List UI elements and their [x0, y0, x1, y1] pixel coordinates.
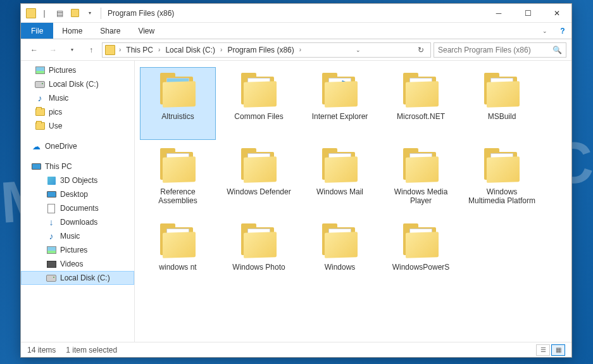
folder-label: windows nt [159, 263, 196, 272]
chevron-right-icon[interactable]: › [298, 46, 303, 53]
folder-tile[interactable]: Reference Assemblies [140, 142, 216, 215]
crumb-local-disk[interactable]: Local Disk (C:) [163, 46, 218, 54]
objects-3d-icon [47, 177, 56, 185]
nav-3d-objects[interactable]: 3D Objects [21, 173, 134, 187]
chevron-right-icon[interactable]: › [219, 46, 223, 53]
folder-tile[interactable]: Common Files [221, 67, 297, 140]
folder-label: Altruistics [161, 112, 194, 121]
folder-label: MSBuild [488, 112, 516, 121]
pc-icon [32, 163, 41, 170]
folder-label: Windows [325, 263, 356, 272]
maximize-button[interactable]: ☐ [513, 4, 542, 23]
folder-label: WindowsPowerS [392, 263, 450, 272]
nav-use[interactable]: Use [21, 119, 134, 133]
folder-icon [401, 73, 441, 108]
nav-label: Pictures [60, 246, 87, 254]
nav-recent-dropdown[interactable]: ▾ [64, 42, 80, 58]
nav-forward-button[interactable]: → [45, 42, 61, 58]
nav-up-button[interactable]: ↑ [83, 42, 99, 58]
folder-label: Windows Mail [316, 187, 363, 196]
nav-back-button[interactable]: ← [26, 42, 42, 58]
qat-dropdown-icon[interactable]: ▾ [83, 6, 97, 20]
tab-view[interactable]: View [129, 23, 163, 39]
folder-tile[interactable]: ⚙Windows [302, 218, 378, 291]
status-bar: 14 items 1 item selected ☰ ▦ [21, 342, 571, 357]
nav-label: Videos [60, 260, 83, 268]
folder-tile[interactable]: ⚙Windows Photo [221, 218, 297, 291]
tab-file[interactable]: File [21, 23, 53, 39]
qat-newfolder-icon[interactable] [68, 6, 82, 20]
ribbon-expand-icon[interactable]: ⌄ [536, 23, 554, 39]
folder-tile[interactable]: Microsoft.NET [383, 67, 459, 140]
folder-tile[interactable]: ⚙Windows Multimedia Platform [464, 142, 540, 215]
crumb-this-pc[interactable]: This PC [123, 46, 156, 54]
folder-label: Microsoft.NET [397, 112, 445, 121]
nav-this-pc[interactable]: This PC [21, 160, 134, 173]
folder-label: Windows Photo [232, 263, 285, 272]
folder-icon [158, 223, 198, 259]
videos-icon [47, 261, 56, 268]
view-details-button[interactable]: ☰ [536, 344, 550, 356]
cloud-icon: ☁ [31, 141, 41, 151]
music-icon: ♪ [35, 93, 45, 103]
crumb-program-files[interactable]: Program Files (x86) [225, 46, 296, 54]
nav-videos[interactable]: Videos [21, 257, 134, 271]
nav-pictures[interactable]: Pictures [21, 63, 134, 77]
folder-icon: ⚙ [320, 223, 360, 259]
chevron-right-icon[interactable]: › [157, 46, 161, 53]
explorer-window: | ▤ ▾ Program Files (x86) ─ ☐ ✕ File Hom… [20, 3, 572, 358]
folder-tile[interactable]: windows nt [140, 218, 216, 291]
address-dropdown-icon[interactable]: ⌄ [351, 43, 365, 57]
folder-icon: ⚙ [401, 148, 441, 184]
help-icon[interactable]: ? [554, 23, 571, 39]
nav-documents[interactable]: Documents [21, 201, 134, 215]
tab-home[interactable]: Home [53, 23, 91, 39]
nav-pictures-2[interactable]: Pictures [21, 243, 134, 257]
nav-label: Use [49, 122, 62, 130]
files-area[interactable]: AltruisticsCommon FilesInternet Explorer… [135, 61, 571, 342]
chevron-right-icon[interactable]: › [118, 46, 122, 53]
minimize-button[interactable]: ─ [484, 4, 513, 23]
refresh-icon[interactable]: ↻ [414, 43, 428, 57]
folder-tile[interactable]: Windows Mail [302, 142, 378, 215]
nav-label: Desktop [60, 190, 88, 199]
nav-pics[interactable]: pics [21, 105, 134, 119]
nav-onedrive[interactable]: ☁OneDrive [21, 139, 134, 153]
folder-tile[interactable]: Windows Defender [221, 142, 297, 215]
folder-tile[interactable]: Altruistics [140, 67, 216, 140]
folder-tile[interactable]: MSBuild [464, 67, 540, 140]
address-bar[interactable]: › This PC › Local Disk (C:) › Program Fi… [102, 42, 431, 58]
nav-local-disk[interactable]: Local Disk (C:) [21, 77, 134, 91]
tiles-container: AltruisticsCommon FilesInternet Explorer… [140, 67, 566, 291]
folder-icon: ⚙ [239, 223, 279, 259]
pictures-icon [35, 66, 45, 74]
titlebar-separator [101, 8, 101, 19]
title-bar: | ▤ ▾ Program Files (x86) ─ ☐ ✕ [21, 4, 571, 23]
view-icons-button[interactable]: ▦ [551, 344, 565, 356]
nav-desktop[interactable]: Desktop [21, 187, 134, 201]
nav-label: Local Disk (C:) [60, 273, 110, 282]
documents-icon [47, 204, 55, 213]
search-icon[interactable]: 🔍 [552, 46, 562, 54]
nav-music-2[interactable]: ♪Music [21, 229, 134, 243]
folder-tile[interactable]: ⚙Windows Media Player [383, 142, 459, 215]
nav-music[interactable]: ♪Music [21, 91, 134, 105]
folder-icon [35, 122, 45, 130]
folder-tile[interactable]: WindowsPowerS [383, 218, 459, 291]
folder-icon [239, 148, 279, 184]
close-button[interactable]: ✕ [542, 4, 571, 23]
search-input[interactable] [438, 46, 552, 54]
status-selected-count: 1 item selected [66, 346, 117, 355]
nav-label: Music [49, 94, 68, 103]
tab-share[interactable]: Share [91, 23, 129, 39]
nav-downloads[interactable]: ↓Downloads [21, 215, 134, 229]
navigation-pane[interactable]: Pictures Local Disk (C:) ♪Music pics Use… [21, 61, 135, 342]
downloads-icon: ↓ [46, 217, 56, 227]
folder-tile[interactable]: Internet Explorer [302, 67, 378, 140]
folder-icon [320, 148, 360, 184]
qat-properties-icon[interactable]: ▤ [53, 6, 66, 20]
folder-label: Reference Assemblies [143, 187, 213, 205]
nav-local-disk-2[interactable]: Local Disk (C:) [21, 271, 134, 285]
folder-label: Internet Explorer [312, 112, 368, 121]
search-box[interactable]: 🔍 [434, 42, 566, 58]
